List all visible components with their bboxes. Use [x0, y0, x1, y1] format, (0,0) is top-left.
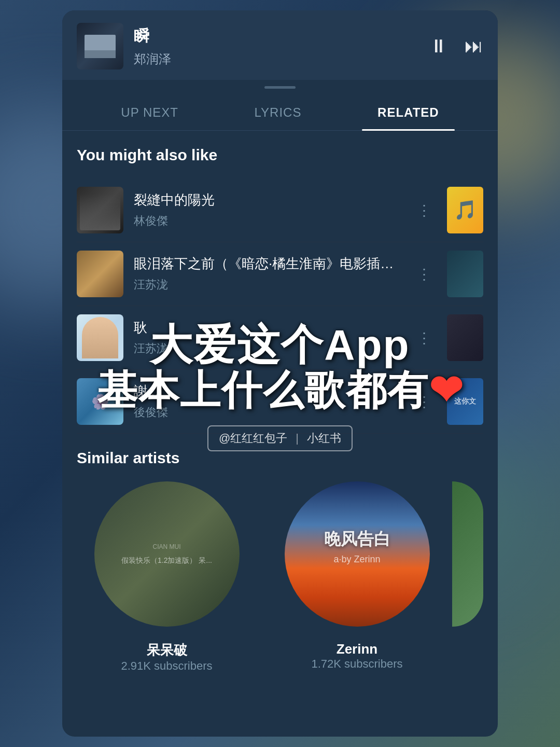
song-right-thumb-2	[447, 251, 483, 297]
tab-up-next[interactable]: UP NEXT	[105, 95, 194, 130]
song-item: 🌸 謝... 後俊傑 ⋮ 这你文	[77, 370, 483, 434]
song-item-artist-2: 汪苏泷	[134, 277, 401, 293]
drag-handle-bar	[264, 86, 296, 89]
song-item: 裂縫中的陽光 林俊傑 ⋮ 🎵	[77, 178, 483, 242]
next-button[interactable]: ⏭	[465, 35, 483, 57]
playback-controls: ⏸ ⏭	[429, 35, 483, 57]
artist-subs-2: 1.72K subscribers	[311, 657, 402, 671]
drag-handle	[62, 80, 498, 95]
song-thumb-4: 🌸	[77, 378, 123, 425]
song-item-info-2: 眼泪落下之前（《暗恋·橘生淮南》电影插曲） 汪苏泷	[134, 255, 401, 293]
artist-album-text-1: CIAN MUI 假装快乐（1.2加速版） 呆...	[115, 536, 218, 572]
song-right-thumb-3	[447, 314, 483, 361]
song-item-info-1: 裂縫中的陽光 林俊傑	[134, 191, 401, 229]
artist-subs-1: 2.91K subscribers	[121, 659, 212, 673]
similar-artists-title: Similar artists	[77, 449, 483, 467]
artists-row: CIAN MUI 假装快乐（1.2加速版） 呆... 呆呆破 2.91K sub…	[77, 481, 483, 673]
song-item-title-4: 謝...	[134, 383, 401, 400]
content-area: You might also like 裂縫中的陽光 林俊傑 ⋮ 🎵 眼泪落下之…	[62, 131, 498, 737]
thumb-art-1	[80, 194, 120, 230]
artist-avatar-3-partial	[452, 481, 483, 627]
artist-item-2[interactable]: 晚风告白 a·by Zerinn Zerinn 1.72K subscriber…	[267, 481, 447, 673]
song-item-info-3: 耿 汪苏泷	[134, 319, 401, 356]
song-item: 耿 汪苏泷 ⋮	[77, 306, 483, 370]
song-item-artist-1: 林俊傑	[134, 213, 401, 229]
song-title: 瞬	[134, 25, 419, 47]
song-info: 瞬 郑润泽	[134, 25, 419, 67]
album-art	[85, 35, 116, 58]
artist-album-art-2: 晚风告白 a·by Zerinn	[285, 481, 430, 565]
more-options-4[interactable]: ⋮	[412, 388, 437, 416]
song-thumb-1	[77, 187, 123, 233]
song-artist: 郑润泽	[134, 51, 419, 67]
pause-button[interactable]: ⏸	[429, 35, 448, 57]
song-item-title-2: 眼泪落下之前（《暗恋·橘生淮南》电影插曲）	[134, 255, 401, 273]
song-item-title-1: 裂縫中的陽光	[134, 191, 401, 209]
artist-item-1[interactable]: CIAN MUI 假装快乐（1.2加速版） 呆... 呆呆破 2.91K sub…	[77, 481, 257, 673]
artist-name-1: 呆呆破	[147, 641, 187, 659]
artist-name-2: Zerinn	[337, 641, 377, 657]
you-might-like-title: You might also like	[77, 146, 483, 164]
artist-item-3-partial	[452, 481, 483, 673]
tab-lyrics[interactable]: LYRICS	[239, 95, 317, 130]
song-item-artist-4: 後俊傑	[134, 405, 401, 420]
song-item-info-4: 謝... 後俊傑	[134, 383, 401, 420]
artist-avatar-2: 晚风告白 a·by Zerinn	[285, 481, 430, 627]
more-options-3[interactable]: ⋮	[412, 324, 437, 352]
song-thumb-2	[77, 251, 123, 297]
tab-related[interactable]: RELATED	[362, 95, 455, 130]
more-options-2[interactable]: ⋮	[412, 260, 437, 288]
main-card: 瞬 郑润泽 ⏸ ⏭ UP NEXT LYRICS RELATED You mig…	[62, 10, 498, 737]
thumb-art-3	[82, 317, 118, 358]
song-item: 眼泪落下之前（《暗恋·橘生淮南》电影插曲） 汪苏泷 ⋮	[77, 242, 483, 306]
song-thumb-3	[77, 314, 123, 361]
song-item-title-3: 耿	[134, 319, 401, 337]
artist-avatar-1: CIAN MUI 假装快乐（1.2加速版） 呆...	[94, 481, 240, 627]
now-playing-header: 瞬 郑润泽 ⏸ ⏭	[62, 10, 498, 80]
album-thumbnail	[77, 23, 123, 70]
song-item-artist-3: 汪苏泷	[134, 341, 401, 356]
similar-artists-section: Similar artists CIAN MUI 假装快乐（1.2加速版） 呆.…	[77, 434, 483, 673]
more-options-1[interactable]: ⋮	[412, 197, 437, 224]
song-right-thumb-1: 🎵	[447, 187, 483, 233]
song-right-thumb-4: 这你文	[447, 378, 483, 425]
tab-bar: UP NEXT LYRICS RELATED	[62, 95, 498, 131]
